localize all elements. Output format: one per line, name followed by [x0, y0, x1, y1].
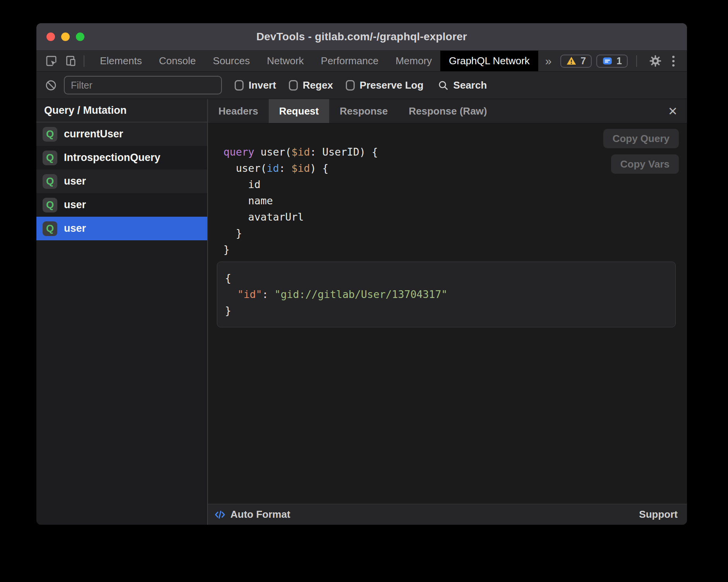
request-row-label: user — [64, 175, 86, 187]
filter-bar: InvertRegexPreserve Log Search — [36, 72, 687, 99]
more-options-icon[interactable] — [670, 56, 677, 67]
detail-footer: Auto Format Support — [208, 504, 687, 525]
code-line: } — [223, 225, 676, 241]
invert-checkbox-label: Invert — [249, 79, 276, 91]
preserve-log-checkbox[interactable] — [346, 80, 355, 91]
request-row-label: user — [64, 199, 86, 211]
warning-count: 7 — [580, 55, 586, 67]
code-line: avatarUrl — [223, 209, 676, 225]
detail-tab-response[interactable]: Response — [329, 99, 398, 123]
query-type-badge: Q — [43, 174, 57, 189]
request-row-0-currentuser[interactable]: QcurrentUser — [36, 122, 207, 146]
regex-checkbox-label: Regex — [303, 79, 333, 91]
issues-badge[interactable]: 1 — [596, 55, 628, 68]
request-row-3-user[interactable]: Quser — [36, 193, 207, 217]
devtools-tab-graphql-network[interactable]: GraphQL Network — [440, 51, 538, 71]
request-row-label: user — [64, 223, 86, 235]
code-line: "id": "gid://gitlab/User/13704317" — [225, 286, 668, 303]
devtools-tab-network[interactable]: Network — [258, 51, 312, 71]
main-area: Query / Mutation QcurrentUserQIntrospect… — [36, 99, 687, 525]
devtools-window: DevTools - gitlab.com/-/graphql-explorer… — [36, 23, 687, 525]
query-type-badge: Q — [43, 127, 57, 142]
code-line: { — [225, 270, 668, 286]
search-icon — [438, 80, 449, 91]
devtools-tab-console[interactable]: Console — [150, 51, 204, 71]
request-list: QcurrentUserQIntrospectionQueryQuserQuse… — [36, 122, 207, 240]
request-row-label: IntrospectionQuery — [64, 152, 160, 164]
request-list-panel: Query / Mutation QcurrentUserQIntrospect… — [36, 99, 208, 525]
code-line: name — [223, 193, 676, 209]
copy-query-button[interactable]: Copy Query — [603, 129, 679, 148]
auto-format-icon — [214, 509, 226, 520]
search-control[interactable]: Search — [438, 79, 487, 91]
auto-format-button[interactable]: Auto Format — [230, 508, 290, 520]
filter-input[interactable] — [64, 76, 222, 94]
warnings-badge[interactable]: 7 — [560, 55, 592, 68]
inspect-element-icon[interactable] — [42, 51, 61, 71]
request-tab-content: Copy Query Copy Vars query user($id: Use… — [208, 123, 687, 504]
devtools-tab-performance[interactable]: Performance — [312, 51, 387, 71]
support-link[interactable]: Support — [639, 508, 678, 520]
request-row-label: currentUser — [64, 128, 123, 140]
device-toolbar-icon[interactable] — [61, 51, 80, 71]
regex-checkbox-group[interactable]: Regex — [289, 79, 333, 91]
devtools-tab-elements[interactable]: Elements — [91, 51, 150, 71]
window-title: DevTools - gitlab.com/-/graphql-explorer — [256, 31, 467, 43]
variables-box: { "id": "gid://gitlab/User/13704317"} — [217, 262, 676, 327]
more-tabs-chevron-icon[interactable]: » — [538, 51, 559, 71]
devtools-tab-strip: ElementsConsoleSourcesNetworkPerformance… — [91, 51, 538, 71]
message-bubble-icon — [602, 56, 613, 66]
titlebar[interactable]: DevTools - gitlab.com/-/graphql-explorer — [36, 23, 687, 51]
zoom-window-button[interactable] — [76, 33, 84, 41]
detail-tab-headers[interactable]: Headers — [208, 99, 269, 123]
settings-gear-icon[interactable] — [646, 55, 665, 67]
clear-block-icon[interactable] — [45, 79, 57, 91]
code-line: } — [225, 303, 668, 319]
devtools-tab-memory[interactable]: Memory — [387, 51, 440, 71]
traffic-lights — [46, 23, 84, 50]
request-row-4-user[interactable]: Quser — [36, 217, 207, 240]
query-type-badge: Q — [43, 151, 57, 165]
request-row-2-user[interactable]: Quser — [36, 169, 207, 193]
variables-json: { "id": "gid://gitlab/User/13704317"} — [225, 270, 668, 319]
code-line: id — [223, 176, 676, 193]
preserve-log-checkbox-label: Preserve Log — [360, 79, 424, 91]
screen-background: DevTools - gitlab.com/-/graphql-explorer… — [0, 0, 728, 582]
copy-buttons: Copy Query Copy Vars — [603, 129, 679, 174]
request-row-1-introspectionquery[interactable]: QIntrospectionQuery — [36, 146, 207, 169]
copy-vars-button[interactable]: Copy Vars — [611, 154, 679, 174]
toolbar-badges: 7 1 — [560, 51, 687, 71]
devtools-tab-sources[interactable]: Sources — [204, 51, 258, 71]
preserve-log-checkbox-group[interactable]: Preserve Log — [346, 79, 424, 91]
warning-triangle-icon — [566, 56, 577, 66]
invert-checkbox-group[interactable]: Invert — [235, 79, 276, 91]
code-line: } — [223, 241, 676, 258]
request-detail-panel: HeadersRequestResponseResponse (Raw) ✕ C… — [208, 99, 687, 525]
filter-checkboxes: InvertRegexPreserve Log — [222, 79, 424, 91]
minimize-window-button[interactable] — [61, 33, 70, 41]
toolbar-divider — [84, 55, 84, 67]
request-list-header: Query / Mutation — [36, 99, 207, 122]
query-type-badge: Q — [43, 198, 57, 212]
close-detail-icon[interactable]: ✕ — [668, 99, 678, 123]
devtools-toolbar: ElementsConsoleSourcesNetworkPerformance… — [36, 51, 687, 72]
detail-tab-request[interactable]: Request — [269, 99, 330, 123]
issues-count: 1 — [616, 55, 622, 67]
detail-tab-response-raw[interactable]: Response (Raw) — [398, 99, 497, 123]
detail-tab-strip: HeadersRequestResponseResponse (Raw) ✕ — [208, 99, 687, 123]
regex-checkbox[interactable] — [289, 80, 298, 91]
close-window-button[interactable] — [46, 33, 55, 41]
search-label: Search — [453, 79, 487, 91]
query-type-badge: Q — [43, 221, 57, 236]
invert-checkbox[interactable] — [235, 80, 244, 91]
badges-divider — [636, 55, 637, 67]
